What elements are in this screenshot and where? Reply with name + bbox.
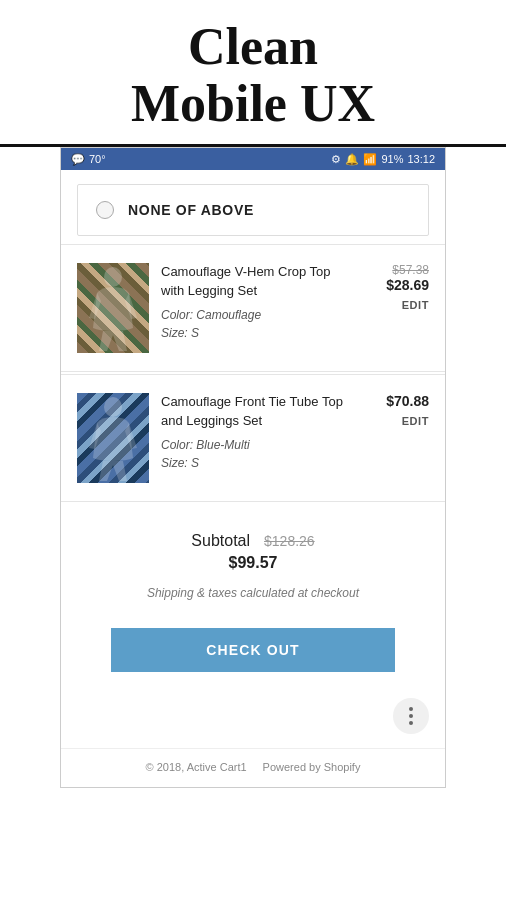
wifi-icon: 📶 xyxy=(363,153,377,166)
item-color-1: Color: Camouflage xyxy=(161,306,355,324)
subtotal-original-price: $128.26 xyxy=(264,533,315,549)
page-header: Clean Mobile UX xyxy=(0,0,506,147)
subtotal-row: Subtotal $128.26 xyxy=(77,532,429,550)
item-edit-button-1[interactable]: EDIT xyxy=(402,299,429,311)
item-pricing-1: $57.38 $28.69 EDIT xyxy=(361,263,429,311)
shipping-note: Shipping & taxes calculated at checkout xyxy=(77,586,429,600)
item-info-2: Camouflage Front Tie Tube Top and Leggin… xyxy=(161,393,361,471)
item-price-2: $70.88 xyxy=(386,393,429,409)
status-bar: 💬 70° ⚙ 🔔 📶 91% 13:12 xyxy=(61,148,445,170)
item-color-2: Color: Blue-Multi xyxy=(161,436,355,454)
checkout-button-wrapper: CHECK OUT xyxy=(61,628,445,692)
battery-level: 91% xyxy=(381,153,403,165)
item-edit-button-2[interactable]: EDIT xyxy=(402,415,429,427)
chat-icon: 💬 xyxy=(71,153,85,166)
copyright-text: © 2018, Active Cart1 xyxy=(146,761,247,773)
item-original-price-1: $57.38 xyxy=(392,263,429,277)
item-size-1: Size: S xyxy=(161,324,355,342)
powered-by-text: Powered by Shopify xyxy=(263,761,361,773)
item-sale-price-1: $28.69 xyxy=(386,277,429,293)
more-options-button[interactable] xyxy=(393,698,429,734)
subtotal-sale-row: $99.57 xyxy=(77,554,429,572)
checkout-button[interactable]: CHECK OUT xyxy=(111,628,395,672)
none-of-above-option[interactable]: NONE OF ABOVE xyxy=(77,184,429,236)
subtotal-section: Subtotal $128.26 $99.57 Shipping & taxes… xyxy=(61,504,445,628)
svg-point-0 xyxy=(104,267,122,287)
clock: 13:12 xyxy=(407,153,435,165)
sound-icon: 🔔 xyxy=(345,153,359,166)
temperature: 70° xyxy=(89,153,106,165)
product-figure-2 xyxy=(77,393,149,483)
item-pricing-2: $70.88 EDIT xyxy=(361,393,429,427)
product-figure-1 xyxy=(77,263,149,353)
product-image-1 xyxy=(77,263,149,353)
bluetooth-icon: ⚙ xyxy=(331,153,341,166)
subtotal-label: Subtotal xyxy=(191,532,250,550)
item-info-1: Camouflage V-Hem Crop Top with Legging S… xyxy=(161,263,361,341)
status-bar-left: 💬 70° xyxy=(71,153,106,166)
status-bar-right: ⚙ 🔔 📶 91% 13:12 xyxy=(331,153,435,166)
table-row: Camouflage Front Tie Tube Top and Leggin… xyxy=(61,374,445,502)
none-of-above-label: NONE OF ABOVE xyxy=(128,202,254,218)
svg-point-1 xyxy=(104,397,122,417)
subtotal-sale-price: $99.57 xyxy=(229,554,278,571)
page-title: Clean Mobile UX xyxy=(20,18,486,132)
item-name-1: Camouflage V-Hem Crop Top with Legging S… xyxy=(161,263,355,299)
more-button-row xyxy=(61,692,445,748)
phone-screen: 💬 70° ⚙ 🔔 📶 91% 13:12 NONE OF ABOVE xyxy=(60,147,446,788)
radio-button[interactable] xyxy=(96,201,114,219)
page-footer: © 2018, Active Cart1 Powered by Shopify xyxy=(61,748,445,787)
three-dots-icon xyxy=(409,707,413,725)
table-row: Camouflage V-Hem Crop Top with Legging S… xyxy=(61,244,445,372)
item-name-2: Camouflage Front Tie Tube Top and Leggin… xyxy=(161,393,355,429)
cart-items-list: Camouflage V-Hem Crop Top with Legging S… xyxy=(61,244,445,502)
item-size-2: Size: S xyxy=(161,454,355,472)
product-image-2 xyxy=(77,393,149,483)
